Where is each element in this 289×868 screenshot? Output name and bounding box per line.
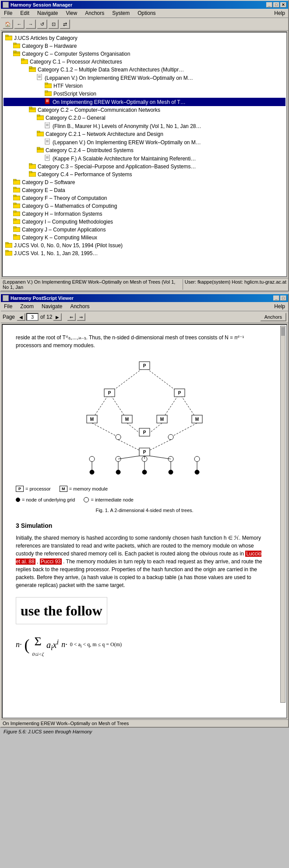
- ps-menu-anchors[interactable]: Anchors: [69, 303, 91, 310]
- tree-node-icon: [13, 43, 20, 50]
- tree-node[interactable]: Category C.4 – Performance of Systems: [4, 171, 285, 178]
- ps-maximize-button[interactable]: □: [280, 295, 286, 301]
- tree-node-icon: [5, 250, 12, 257]
- next-page-button[interactable]: ▶: [53, 313, 62, 321]
- tree-node[interactable]: Category B – Hardware: [4, 42, 285, 50]
- tree-node[interactable]: Category C.2.4 – Distributed Systems: [4, 146, 285, 154]
- reference-pucci[interactable]: Pucci 93: [40, 559, 62, 565]
- tree-node-label: J.UCS Vol. 0, No. 0, Nov 15, 1994 (Pilot…: [14, 242, 123, 249]
- tree-node[interactable]: PostScript Version: [4, 90, 285, 98]
- tree-node[interactable]: Category F – Theory of Computation: [4, 194, 285, 202]
- tree-node[interactable]: Category C.3 – Special–Purpose and Appli…: [4, 163, 285, 171]
- tree-node[interactable]: Category C.1.2 – Multiple Data Stream Ar…: [4, 66, 285, 74]
- formula-body: aixi: [46, 637, 59, 653]
- svg-rect-8: [21, 59, 24, 60]
- svg-point-112: [142, 470, 147, 474]
- scrollbar[interactable]: [280, 326, 285, 703]
- ps-menu-zoom[interactable]: Zoom: [19, 303, 35, 310]
- prev-page-button[interactable]: ◀: [17, 313, 25, 321]
- toolbar-btn-extra[interactable]: ⇄: [60, 19, 70, 29]
- ps-menu-file[interactable]: File: [3, 303, 14, 310]
- tree-node-icon: [37, 74, 43, 82]
- tree-node[interactable]: Category E – Data: [4, 186, 285, 194]
- tree-node[interactable]: (Kappe F.) A Scalable Architecture for M…: [4, 154, 285, 163]
- tree-node[interactable]: J.UCS Vol. 0, No. 0, Nov 15, 1994 (Pilot…: [4, 242, 285, 249]
- toolbar-btn-stop[interactable]: ⊡: [48, 19, 59, 29]
- title-bar-buttons: _ □ ✕: [266, 2, 286, 7]
- toolbar-btn-back[interactable]: ←: [14, 19, 25, 29]
- formula-row: n· ( Σ 0≤i<ζ aixi n· 0 < ai < q, m ≤ q =…: [16, 632, 273, 658]
- legend-m-box: M: [60, 486, 67, 492]
- ps-minimize-button[interactable]: _: [273, 295, 279, 301]
- tree-node[interactable]: Category C – Computer Systems Organisati…: [4, 50, 285, 58]
- maximize-button[interactable]: □: [273, 2, 279, 7]
- svg-line-107: [118, 456, 139, 459]
- legend-p-box: P: [16, 486, 24, 492]
- anchors-button[interactable]: Anchors: [260, 313, 286, 321]
- minimize-button[interactable]: _: [266, 2, 272, 7]
- tree-node-icon: [13, 226, 20, 233]
- tree-node[interactable]: On Implementing EREW Work–Optimally on M…: [4, 98, 285, 106]
- svg-text:P: P: [143, 450, 146, 455]
- toolbar-btn-home[interactable]: 🏠: [3, 19, 13, 29]
- menu-navigate[interactable]: Navigate: [36, 10, 59, 17]
- svg-line-109: [150, 456, 171, 459]
- toolbar-btn-forward[interactable]: →: [25, 19, 36, 29]
- tree-node[interactable]: Category C.1 – Processor Architectures: [4, 58, 285, 66]
- page-number-input[interactable]: 3: [26, 313, 39, 321]
- formula-open-paren: (: [25, 633, 30, 657]
- tree-node[interactable]: HTF Version: [4, 82, 285, 90]
- bottom-caption: Figure 5.6: J.UCS seen through Harmony: [0, 728, 289, 736]
- scrollbar-thumb[interactable]: [281, 327, 285, 336]
- tree-node-label: PostScript Version: [53, 91, 96, 97]
- tree-node[interactable]: Category C.2.1 – Network Architecture an…: [4, 130, 285, 138]
- svg-line-101: [150, 440, 171, 450]
- svg-rect-40: [37, 147, 40, 149]
- menu-help[interactable]: Help: [273, 10, 286, 17]
- nav-right-button[interactable]: ⇒: [77, 313, 85, 321]
- tree-node-label: Category I – Computing Methodologies: [22, 219, 113, 225]
- nav-left-button[interactable]: ⇐: [67, 313, 76, 321]
- tree-node[interactable]: (Leppanen V.) On Implementing EREW Work–…: [4, 138, 285, 146]
- svg-text:P: P: [143, 363, 146, 368]
- tree-node[interactable]: J.UCS Vol. 1, No. 1, Jan 28, 1995…: [4, 249, 285, 257]
- ps-menu-bar: File Zoom Navigate Anchors Help: [1, 302, 288, 311]
- tree-node[interactable]: Category I – Computing Methodologies: [4, 218, 285, 226]
- session-manager-title: Harmony Session Manager: [11, 2, 72, 7]
- tree-node[interactable]: (Leppanen V.) On Implementing EREW Work–…: [4, 74, 285, 82]
- tree-view[interactable]: J.UCS Articles by CategoryCategory B – H…: [2, 32, 287, 277]
- ps-menu-help[interactable]: Help: [273, 303, 286, 310]
- tree-node[interactable]: (Flinn B., Maurer H.) Levels of Anonymit…: [4, 122, 285, 130]
- menu-file[interactable]: File: [3, 10, 14, 17]
- tree-node[interactable]: Category K – Computing Milieux: [4, 234, 285, 242]
- session-manager-title-bar: Harmony Session Manager _ □ ✕: [1, 1, 288, 9]
- svg-text:M: M: [195, 417, 199, 422]
- formula-n2: n·: [61, 639, 67, 651]
- menu-options[interactable]: Options: [136, 10, 157, 17]
- menu-view[interactable]: View: [64, 10, 78, 17]
- toolbar-btn-reload[interactable]: ↺: [37, 19, 47, 29]
- section3-title: 3 Simulation: [16, 521, 273, 530]
- tree-node-icon: [13, 195, 20, 202]
- menu-anchors[interactable]: Anchors: [84, 10, 106, 17]
- close-button[interactable]: ✕: [280, 2, 286, 7]
- menu-system[interactable]: System: [111, 10, 131, 17]
- menu-edit[interactable]: Edit: [19, 10, 31, 17]
- tree-node[interactable]: Category J – Computer Applications: [4, 226, 285, 234]
- tree-node-icon: [29, 107, 36, 114]
- tree-node[interactable]: Category G – Mathematics of Computing: [4, 202, 285, 210]
- tree-node[interactable]: Category C.2 – Computer–Communication Ne…: [4, 106, 285, 114]
- tree-node[interactable]: J.UCS Articles by Category: [4, 34, 285, 42]
- diagram-legend-2: = node of underlying grid = intermediate…: [16, 496, 273, 504]
- ps-menu-navigate[interactable]: Navigate: [40, 303, 63, 310]
- tree-node-label: Category C.2.0 – General: [46, 115, 106, 121]
- svg-point-111: [116, 470, 120, 474]
- tree-node-label: Category D – Software: [22, 179, 75, 185]
- tree-node[interactable]: Category D – Software: [4, 178, 285, 186]
- svg-text:P: P: [108, 391, 111, 395]
- tree-node[interactable]: Category C.2.0 – General: [4, 114, 285, 122]
- svg-rect-67: [5, 242, 8, 244]
- tree-node-label: Category C.1.2 – Multiple Data Stream Ar…: [38, 67, 184, 73]
- legend-intermediate-label: = intermediate node: [91, 496, 134, 504]
- tree-node[interactable]: Category H – Information Systems: [4, 210, 285, 218]
